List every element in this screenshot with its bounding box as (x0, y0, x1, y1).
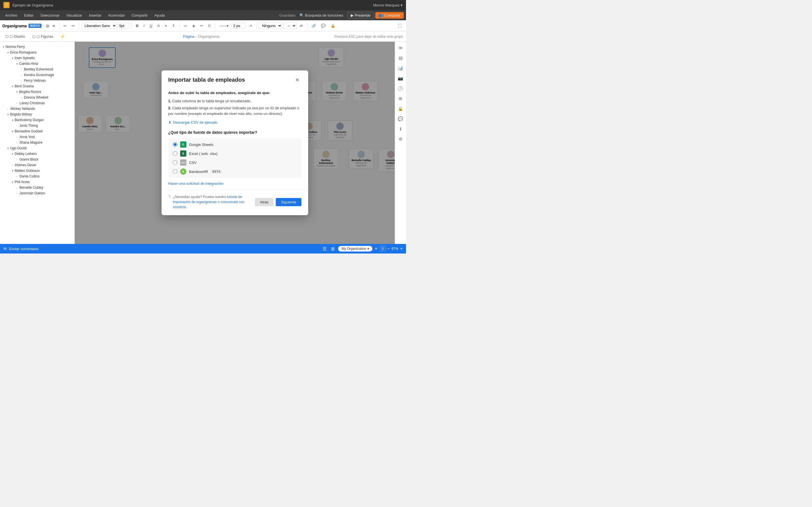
radio-bamboo[interactable] (173, 169, 177, 174)
tree-item-bartholemy[interactable]: ▾ Bartholemy Durgan (0, 117, 74, 123)
download-csv-link[interactable]: ⬇ Descargar CSV de ejemplo (168, 120, 218, 124)
tree-item-gianni[interactable]: ○ Gianni Block (0, 157, 74, 162)
font-family-select[interactable]: Liberation Sans (82, 22, 117, 29)
tree-item-ugo[interactable]: ▾ Ugo Duckit (0, 145, 74, 151)
menu-ayuda[interactable]: Ayuda (152, 12, 168, 18)
tree-item-camila-hintz[interactable]: ▾ Camila Hintz (0, 61, 74, 66)
breadcrumb-page[interactable]: Página (183, 34, 194, 39)
line-color-button[interactable]: ✏ (198, 22, 205, 29)
tree-item-birgitta[interactable]: ▾ Birgitta Rosoni (0, 89, 74, 95)
connection-tool[interactable]: ⎘ (206, 22, 213, 29)
menu-archivo[interactable]: Archivo (2, 12, 20, 18)
my-organization-tab[interactable]: My Organization ▾ (338, 246, 372, 251)
source-option-excel[interactable]: X Excel ( solo .xlsx) (173, 151, 297, 157)
tree-item-norma-perry[interactable]: ▾ Norma Perry (0, 44, 74, 50)
tree-item-bernelle[interactable]: ○ Bernelle Cubley (0, 185, 74, 190)
align-center-button[interactable]: ⇑ (170, 22, 177, 29)
italic-button[interactable]: I (142, 22, 147, 29)
tree-item-bent-grasha[interactable]: ▾ Bent Grasha (0, 83, 74, 89)
tree-item-irwin-spinello[interactable]: ▾ Irwin Spinello (0, 55, 74, 61)
send-comment-label[interactable]: Enviar comentario (9, 247, 319, 251)
line-style-select[interactable]: ——▾ (217, 22, 231, 29)
tree-item-phil[interactable]: ▾ Phil Acres (0, 179, 74, 185)
redo-button[interactable]: ↪ (70, 22, 77, 29)
source-option-google[interactable]: G Google Sheets (173, 142, 297, 148)
panel-format-icon[interactable]: ▤ (397, 54, 405, 62)
menu-editar[interactable]: Editar (21, 12, 36, 18)
tree-item-dorena[interactable]: ○ Dorena Whebell (0, 95, 74, 100)
grid-view-button[interactable]: ⊞ (330, 245, 336, 252)
flip-button[interactable]: ⇄ (298, 22, 305, 29)
tree-item-anna[interactable]: ○ Anna Yost (0, 134, 74, 140)
radio-excel[interactable] (173, 151, 177, 156)
menu-seleccionar[interactable]: Seleccionar (38, 12, 62, 18)
tree-item-dante[interactable]: ○ Dante Collins (0, 173, 74, 179)
panel-settings-icon[interactable]: ⚙ (397, 135, 405, 143)
menu-compartir[interactable]: Compartir (129, 12, 151, 18)
radio-csv[interactable] (173, 160, 177, 165)
canvas-area[interactable]: Erica Romaguera Vicepresidente de Prod..… (75, 42, 395, 244)
align-left-button[interactable]: ≡ (163, 22, 169, 29)
panel-shield-icon[interactable]: 🔒 (397, 105, 405, 113)
link-button[interactable]: 🔗 (310, 22, 318, 29)
tree-item-jonis[interactable]: ○ Jonis Thring (0, 123, 74, 128)
connection-type-select[interactable]: Ninguno (259, 22, 282, 29)
tree-item-bernadine[interactable]: ▾ Bernadine Godsell (0, 128, 74, 134)
panel-comment-icon[interactable]: 💬 (397, 115, 405, 123)
design-button[interactable]: ⬡ ⬡ Diseño (2, 33, 28, 40)
next-button[interactable]: Siguiente (276, 198, 301, 206)
menu-visualizar[interactable]: Visualizar (63, 12, 85, 18)
tree-item-erica-romaguera[interactable]: ▾ Erica Romaguera (0, 50, 74, 55)
panel-clock-icon[interactable]: 🕐 (397, 84, 405, 93)
source-option-csv[interactable]: CSV CSV (173, 159, 297, 166)
expand-icon[interactable]: ⛶ (396, 22, 404, 29)
undo-button[interactable]: ↩ (61, 22, 68, 29)
tree-item-jeremiah[interactable]: ○ Jeremiah Oakton (0, 190, 74, 196)
tooltip-button[interactable]: 💬 (319, 22, 327, 29)
modal-close-button[interactable]: ✕ (294, 76, 301, 84)
bold-button[interactable]: B (134, 22, 140, 29)
fill-color-button[interactable]: ◈ (190, 22, 197, 29)
integration-request-link[interactable]: Hacer una solicitud de integración (168, 181, 223, 186)
tree-item-debby[interactable]: ▾ Debby Lethem (0, 151, 74, 157)
tree-item-holmes[interactable]: ○ Holmes Dever (0, 162, 74, 168)
menu-acomodar[interactable]: Acomodar (105, 12, 128, 18)
underline-button[interactable]: U (148, 22, 154, 29)
panel-layers-icon[interactable]: ⊞ (397, 95, 405, 103)
font-size-input[interactable] (118, 23, 129, 29)
add-page-button[interactable]: + (375, 246, 378, 252)
fit-page-button[interactable]: ⊡ (380, 246, 386, 251)
panel-chart-icon[interactable]: 📊 (397, 64, 405, 72)
zoom-in-button[interactable]: + (400, 246, 403, 251)
search-functions[interactable]: 🔍 Búsqueda de funciones (297, 12, 346, 18)
arrow-type-select[interactable]: → (283, 22, 297, 29)
font-color-button[interactable]: A (155, 22, 162, 29)
tree-item-berkley[interactable]: ○ Berkley Esherwood (0, 66, 74, 72)
filter-button[interactable]: ⚡ (57, 33, 68, 40)
grid-icon[interactable]: ⊞ (45, 23, 50, 29)
radio-google[interactable] (173, 142, 177, 147)
waypoint-button[interactable]: ↗ (247, 22, 254, 29)
panel-camera-icon[interactable]: 📷 (397, 74, 405, 82)
zoom-out-button[interactable]: − (387, 246, 390, 251)
back-button[interactable]: Atrás (255, 198, 273, 206)
panel-info-icon[interactable]: ℹ (397, 125, 405, 133)
tree-item-shana[interactable]: ○ Shana Maguire (0, 140, 74, 145)
tab-organigrama[interactable]: Organigrama NUEVO (2, 24, 42, 28)
source-option-bamboo[interactable]: B BambooHR BETA (173, 168, 297, 175)
line-width-input[interactable] (232, 23, 246, 29)
rectangle-tool[interactable]: ▭ (182, 22, 189, 29)
tree-item-kendra[interactable]: ○ Kendra Scrammage (0, 72, 74, 78)
tree-item-percy[interactable]: ○ Percy Veltman (0, 78, 74, 83)
panel-collapse-icon[interactable]: ≫ (397, 44, 405, 52)
tree-item-laney[interactable]: ○ Laney Christmas (0, 100, 74, 106)
tree-item-brigida[interactable]: ▾ Brigida Withey (0, 112, 74, 117)
figures-button[interactable]: ◻ ◻ Figuras (29, 33, 56, 40)
tree-item-mickey[interactable]: ○ Mickey Neilands (0, 106, 74, 112)
close-icon[interactable]: ✕ (51, 23, 57, 29)
user-info[interactable]: Moroni Marquez ▾ (373, 3, 403, 7)
menu-insertar[interactable]: Insertar (86, 12, 104, 18)
tree-item-matteo[interactable]: ▾ Matteo Gobeaux (0, 168, 74, 173)
lock-button[interactable]: 🔒 (329, 22, 337, 29)
share-button[interactable]: 👥 Compartir (375, 12, 404, 18)
